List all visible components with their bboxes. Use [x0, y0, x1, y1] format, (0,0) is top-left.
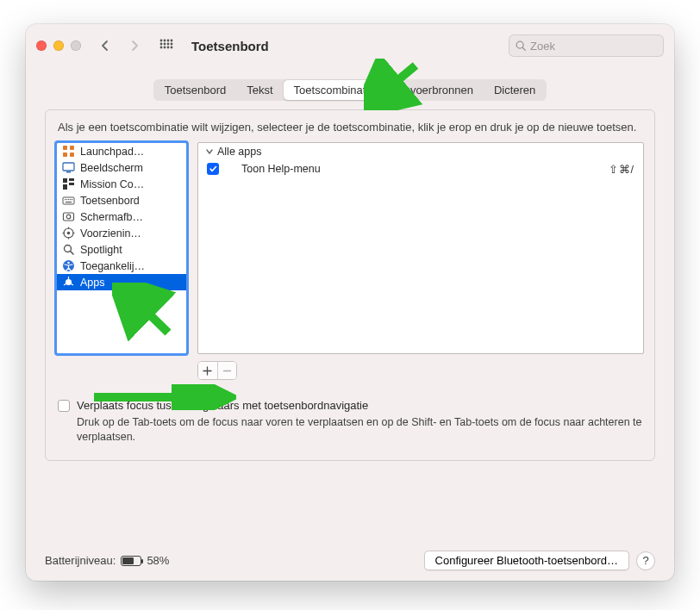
battery-percent: 58% — [147, 554, 169, 567]
back-button[interactable] — [95, 35, 116, 56]
svg-rect-25 — [65, 199, 66, 200]
svg-point-34 — [67, 232, 71, 235]
category-label: Beeldscherm — [80, 162, 143, 174]
svg-line-40 — [71, 252, 74, 255]
footer: Batterijniveau: 58% Configureer Bluetoot… — [45, 551, 655, 570]
category-list[interactable]: Launchpad… Beeldscherm Mission Co… Toets… — [56, 142, 187, 354]
keyboard-icon — [62, 194, 75, 207]
chevron-down-icon — [205, 147, 214, 156]
svg-rect-20 — [63, 178, 67, 183]
group-label: Alle apps — [217, 146, 261, 158]
keyboard-nav-label: Verplaats focus tussen regelaars met toe… — [77, 399, 368, 412]
category-launchpad[interactable]: Launchpad… — [57, 143, 186, 159]
svg-point-1 — [164, 40, 166, 42]
close-button[interactable] — [36, 40, 47, 51]
configure-bluetooth-button[interactable]: Configureer Bluetooth-toetsenbord… — [424, 551, 629, 570]
tabbar: Toetsenbord Tekst Toetscombinaties Invoe… — [153, 79, 547, 101]
category-label: Toetsenbord — [80, 195, 140, 207]
svg-point-2 — [167, 40, 170, 42]
svg-rect-31 — [64, 213, 74, 221]
category-schermafbeelding[interactable]: Schermafb… — [57, 209, 186, 225]
svg-rect-17 — [70, 152, 74, 157]
tab-toetscombinaties[interactable]: Toetscombinaties — [284, 80, 391, 100]
launchpad-icon — [62, 145, 75, 158]
category-spotlight[interactable]: Spotlight — [57, 241, 186, 258]
svg-point-11 — [171, 47, 173, 49]
forward-button[interactable] — [124, 35, 145, 56]
window-controls — [36, 40, 81, 51]
search-field[interactable] — [509, 34, 664, 57]
svg-point-10 — [167, 47, 170, 49]
services-icon — [62, 227, 75, 240]
shortcut-group[interactable]: Alle apps — [198, 143, 643, 160]
accessibility-icon — [62, 259, 75, 272]
window-title: Toetsenbord — [191, 39, 269, 53]
svg-line-46 — [71, 283, 73, 285]
preferences-window: Toetsenbord Toetsenbord Tekst Toetscombi… — [26, 24, 674, 581]
category-voorzieningen[interactable]: Voorzienin… — [57, 225, 186, 241]
shortcut-row[interactable]: Toon Help-menu ⇧⌘/ — [198, 160, 643, 177]
svg-point-0 — [160, 40, 163, 42]
category-label: Launchpad… — [80, 146, 144, 158]
svg-line-45 — [64, 283, 66, 285]
instruction-text: Als je een toetscombinatie wilt wijzigen… — [58, 121, 642, 134]
search-icon — [515, 40, 527, 52]
category-toegankelijkheid[interactable]: Toegankelij… — [57, 258, 186, 274]
category-label: Spotlight — [80, 244, 122, 256]
help-button[interactable]: ? — [636, 551, 655, 570]
svg-point-32 — [66, 215, 71, 219]
shortcut-list[interactable]: Alle apps Toon Help-menu ⇧⌘/ — [197, 142, 644, 354]
svg-rect-30 — [66, 202, 72, 202]
tab-dicteren[interactable]: Dicteren — [484, 80, 546, 100]
show-all-icon[interactable] — [157, 36, 176, 55]
category-toetsenbord[interactable]: Toetsenbord — [57, 192, 186, 209]
svg-rect-28 — [70, 199, 71, 200]
tab-invoerbronnen[interactable]: Invoerbronnen — [391, 80, 484, 100]
spotlight-icon — [62, 243, 75, 256]
shortcut-keys: ⇧⌘/ — [609, 163, 634, 176]
svg-point-3 — [171, 40, 173, 42]
svg-rect-19 — [66, 171, 71, 173]
svg-rect-29 — [72, 199, 72, 200]
tab-toetsenbord[interactable]: Toetsenbord — [154, 80, 237, 100]
category-label: Voorzienin… — [80, 227, 141, 240]
minimize-button[interactable] — [53, 40, 64, 51]
category-label: Toegankelij… — [80, 260, 145, 272]
category-apps[interactable]: Apps — [57, 274, 186, 290]
battery-icon — [121, 556, 141, 566]
keyboard-nav-checkbox[interactable] — [58, 400, 70, 412]
keyboard-nav-hint: Druk op de Tab-toets om de focus naar vo… — [77, 415, 642, 445]
svg-point-4 — [160, 43, 163, 46]
svg-point-7 — [171, 43, 173, 46]
apps-icon — [62, 276, 75, 289]
svg-line-13 — [522, 47, 525, 50]
mission-icon — [62, 177, 75, 190]
tab-tekst[interactable]: Tekst — [236, 80, 283, 100]
svg-rect-22 — [69, 183, 74, 185]
screenshot-icon — [62, 210, 75, 223]
shortcut-enabled-checkbox[interactable] — [207, 163, 219, 175]
toolbar: Toetsenbord — [26, 24, 674, 67]
svg-rect-15 — [70, 146, 74, 150]
category-label: Apps — [80, 277, 105, 289]
category-mission-control[interactable]: Mission Co… — [57, 176, 186, 192]
category-label: Mission Co… — [80, 178, 144, 190]
display-icon — [62, 161, 75, 174]
battery-indicator: Batterijniveau: 58% — [45, 554, 169, 567]
add-remove-group — [197, 361, 237, 380]
svg-point-43 — [66, 280, 72, 285]
search-input[interactable] — [530, 40, 658, 53]
svg-point-5 — [164, 43, 166, 46]
shortcut-label: Toon Help-menu — [241, 163, 609, 175]
add-button[interactable] — [198, 362, 217, 379]
svg-rect-21 — [69, 178, 74, 181]
remove-button[interactable] — [217, 362, 236, 379]
battery-label: Batterijniveau: — [45, 554, 116, 567]
svg-rect-14 — [63, 146, 67, 150]
zoom-button[interactable] — [71, 40, 81, 51]
category-beeldscherm[interactable]: Beeldscherm — [57, 159, 186, 176]
category-label: Schermafb… — [80, 211, 143, 223]
svg-rect-24 — [63, 197, 74, 204]
svg-rect-23 — [63, 184, 67, 190]
svg-rect-27 — [68, 199, 69, 200]
